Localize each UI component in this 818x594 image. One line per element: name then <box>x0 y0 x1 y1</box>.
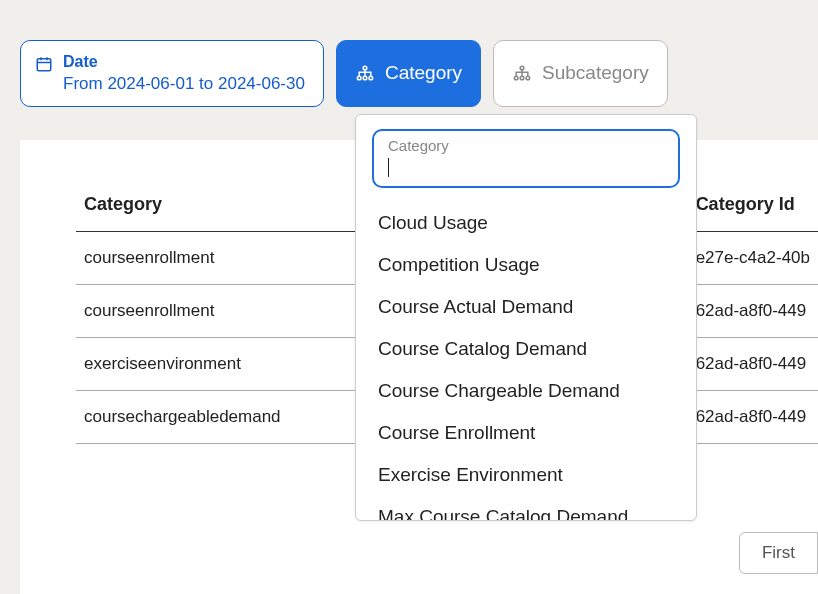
date-filter-value: From 2024-06-01 to 2024-06-30 <box>63 73 305 96</box>
category-filter-label: Category <box>385 62 462 84</box>
category-option[interactable]: Exercise Environment <box>356 454 696 496</box>
svg-rect-0 <box>37 59 51 71</box>
category-search-input[interactable] <box>388 156 664 176</box>
filter-bar: Date From 2024-06-01 to 2024-06-30 Categ… <box>0 0 818 107</box>
svg-point-10 <box>520 76 524 80</box>
cell-category-id: 62ad-a8f0-449 <box>688 285 818 338</box>
svg-point-9 <box>514 76 518 80</box>
pagination-first-button[interactable]: First <box>740 533 817 573</box>
category-option[interactable]: Competition Usage <box>356 244 696 286</box>
subcategory-filter-label: Subcategory <box>542 62 649 84</box>
category-option-list[interactable]: Cloud Usage Competition Usage Course Act… <box>356 198 696 520</box>
cell-category-id: 62ad-a8f0-449 <box>688 338 818 391</box>
column-header-category-id[interactable]: Category Id <box>688 180 818 232</box>
svg-point-4 <box>363 66 367 70</box>
date-filter-label: Date <box>63 51 305 73</box>
category-option[interactable]: Course Actual Demand <box>356 286 696 328</box>
category-option[interactable]: Max Course Catalog Demand <box>356 496 696 520</box>
subcategory-filter[interactable]: Subcategory <box>493 40 668 107</box>
hierarchy-icon <box>512 64 532 82</box>
category-option[interactable]: Cloud Usage <box>356 202 696 244</box>
text-caret <box>388 158 389 177</box>
cell-category-id: 62ad-a8f0-449 <box>688 391 818 444</box>
svg-point-8 <box>520 66 524 70</box>
category-option[interactable]: Course Catalog Demand <box>356 328 696 370</box>
svg-point-7 <box>369 76 373 80</box>
cell-category-id: e27e-c4a2-40b <box>688 232 818 285</box>
date-filter[interactable]: Date From 2024-06-01 to 2024-06-30 <box>20 40 324 107</box>
svg-point-11 <box>526 76 530 80</box>
calendar-icon <box>35 55 53 73</box>
category-option[interactable]: Course Enrollment <box>356 412 696 454</box>
svg-point-5 <box>357 76 361 80</box>
hierarchy-icon <box>355 64 375 82</box>
category-option[interactable]: Course Chargeable Demand <box>356 370 696 412</box>
category-search-label: Category <box>388 137 664 154</box>
category-search-field[interactable]: Category <box>372 129 680 188</box>
category-filter[interactable]: Category <box>336 40 481 107</box>
svg-point-6 <box>363 76 367 80</box>
pagination: First <box>739 532 818 574</box>
category-dropdown: Category Cloud Usage Competition Usage C… <box>355 114 697 521</box>
